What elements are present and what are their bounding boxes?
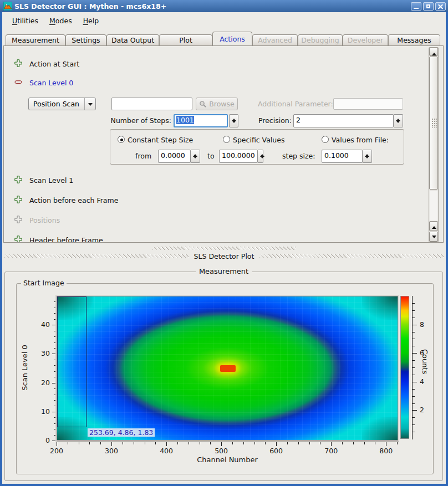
tab-settings[interactable]: Settings <box>65 34 106 45</box>
step-size-value[interactable]: 0.1000 <box>322 150 363 163</box>
specific-values-radio[interactable] <box>223 136 230 143</box>
precision-spinbox[interactable]: 2 <box>293 114 403 127</box>
number-of-steps-spinbox[interactable]: 1001 <box>174 114 238 127</box>
constant-step-size-radio[interactable] <box>118 136 125 143</box>
tab-data-output[interactable]: Data Output <box>106 34 159 45</box>
menu-help-accel: H <box>83 17 88 25</box>
tick-mark <box>413 410 417 411</box>
tick-mark <box>54 377 56 377</box>
scan-mode-combobox[interactable]: Position Scan <box>28 98 96 110</box>
colorbar <box>400 296 409 439</box>
tick-mark <box>54 423 56 424</box>
tick-label: 2 <box>420 406 431 414</box>
collapse-minus-icon[interactable] <box>14 78 23 86</box>
expand-plus-icon-disabled <box>14 215 23 224</box>
expand-plus-icon[interactable] <box>14 59 23 68</box>
expand-plus-icon[interactable] <box>14 235 23 243</box>
tick-mark <box>54 400 56 401</box>
scan-level-1-label[interactable]: Scan Level 1 <box>29 176 73 185</box>
menu-modes-accel: M <box>49 17 55 25</box>
vertical-scrollbar[interactable] <box>429 47 439 242</box>
close-button[interactable] <box>435 2 446 11</box>
values-from-file-radio[interactable] <box>322 136 329 143</box>
scrollbar-thumb[interactable] <box>429 57 438 190</box>
menu-utilities[interactable]: Utilities <box>8 15 43 27</box>
scrollbar-trough[interactable] <box>430 191 437 221</box>
step-size-spinbox[interactable]: 0.1000 <box>322 150 372 163</box>
header-before-frame-label[interactable]: Header before Frame <box>29 236 103 243</box>
tick-mark <box>413 360 415 361</box>
heatmap-peak-spot <box>220 365 236 372</box>
spin-down-icon[interactable] <box>230 121 238 127</box>
tick-mark <box>413 303 415 304</box>
values-from-file-label[interactable]: Values from File: <box>332 136 389 144</box>
tick-mark <box>413 310 415 311</box>
titlebar[interactable]: SLS Detector GUI : Mythen - mcs6x18+ <box>0 0 448 12</box>
heatmap-corner-low <box>362 417 398 440</box>
tick-mark <box>54 301 56 302</box>
tick-mark <box>79 442 79 444</box>
tick-mark <box>54 365 56 366</box>
scroll-up-button[interactable] <box>429 48 438 56</box>
scan-script-input[interactable] <box>111 98 192 110</box>
tick-mark <box>413 332 415 332</box>
tick-mark <box>54 319 56 320</box>
measurement-group-title: Measurement <box>196 267 252 275</box>
spin-down-icon[interactable] <box>191 156 200 162</box>
splitter-handle[interactable] <box>152 247 296 250</box>
tick-mark <box>265 442 266 444</box>
tick-mark <box>254 442 255 444</box>
tick-mark <box>54 429 56 429</box>
spin-down-icon[interactable] <box>394 121 403 127</box>
start-image-title: Start Image <box>21 279 67 287</box>
tick-mark <box>189 442 189 444</box>
to-value[interactable]: 100.0000 <box>219 150 258 163</box>
menu-help[interactable]: Help <box>79 15 104 27</box>
tick-mark <box>52 383 56 383</box>
tab-measurement[interactable]: Measurement <box>6 34 65 45</box>
plot-dock-titlebar[interactable]: SLS Detector Plot <box>4 252 444 260</box>
scan-level-0-label[interactable]: Scan Level 0 <box>29 79 73 87</box>
tab-actions[interactable]: Actions <box>212 32 252 45</box>
to-spinbox[interactable]: 100.0000 <box>219 150 263 163</box>
expand-plus-icon[interactable] <box>14 195 23 204</box>
tab-plot[interactable]: Plot <box>159 34 212 45</box>
spin-down-icon[interactable] <box>363 156 371 162</box>
spin-down-icon[interactable] <box>258 156 263 162</box>
actions-tab-panel: Action at Start Scan Level 0 Position Sc… <box>3 45 444 243</box>
combo-dropdown-arrow-icon[interactable] <box>84 98 95 110</box>
scan-mode-value: Position Scan <box>29 98 84 110</box>
x-axis-title: Channel Number <box>57 456 398 464</box>
tick-mark <box>52 325 56 325</box>
maximize-button[interactable] <box>423 2 434 11</box>
magnifier-icon <box>199 100 207 108</box>
menu-modes[interactable]: Modes <box>45 15 77 27</box>
tick-mark <box>54 348 56 349</box>
constant-step-size-label[interactable]: Constant Step Size <box>128 136 193 144</box>
tick-mark <box>54 371 56 372</box>
scroll-down-button[interactable] <box>429 232 438 242</box>
precision-value[interactable]: 2 <box>293 114 394 127</box>
tick-mark <box>413 432 415 432</box>
specific-values-label[interactable]: Specific Values <box>233 136 284 144</box>
tick-label: 200 <box>45 447 68 455</box>
from-spinbox[interactable]: 0.0000 <box>158 150 200 163</box>
tick-mark <box>276 442 277 446</box>
window-body: Utilities Modes Help Measurement Setting… <box>2 12 446 484</box>
number-of-steps-value[interactable]: 1001 <box>176 116 194 124</box>
expand-plus-icon[interactable] <box>14 175 23 184</box>
tick-mark <box>177 442 178 444</box>
action-before-frame-label[interactable]: Action before each Frame <box>29 196 118 204</box>
heatmap-canvas[interactable]: 253.69, 4.86, 1.83 <box>57 296 398 441</box>
tick-mark <box>413 389 415 390</box>
heatmap-corner-low <box>362 296 398 320</box>
minimize-button[interactable] <box>411 2 421 11</box>
from-value[interactable]: 0.0000 <box>158 150 191 163</box>
tab-messages[interactable]: Messages <box>388 34 440 45</box>
x-axis-line <box>57 442 399 442</box>
action-at-start-label[interactable]: Action at Start <box>29 60 79 68</box>
tab-debugging: Debugging <box>298 34 343 45</box>
scroll-up-button-2[interactable] <box>429 221 438 231</box>
window-title: SLS Detector GUI : Mythen - mcs6x18+ <box>14 2 409 11</box>
tick-mark <box>309 442 310 444</box>
